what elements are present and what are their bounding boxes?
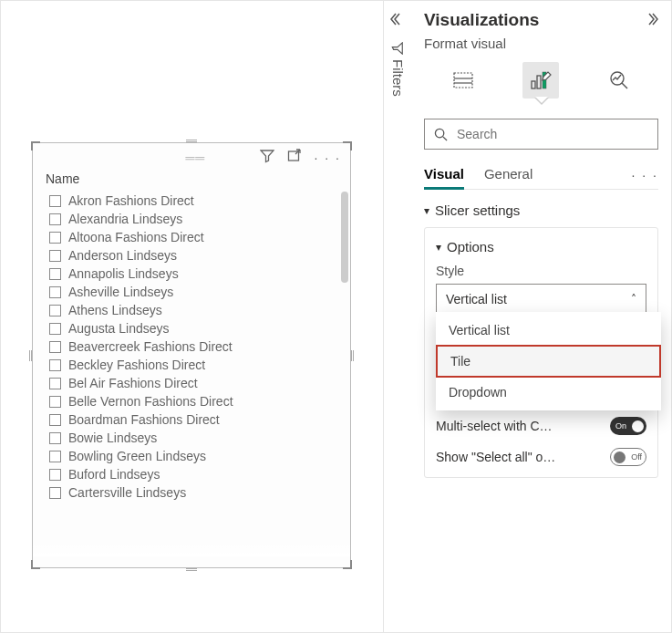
slicer-item[interactable]: Bowie Lindseys — [49, 429, 341, 447]
multi-select-toggle[interactable]: On — [610, 417, 646, 435]
slicer-item[interactable]: Boardman Fashions Direct — [49, 410, 341, 429]
format-search-input[interactable] — [424, 119, 658, 150]
slicer-item-label: Cartersville Lindseys — [68, 485, 186, 500]
toggle-off-text: Off — [631, 452, 642, 462]
checkbox[interactable] — [49, 378, 61, 389]
svg-rect-4 — [532, 81, 535, 88]
pane-title: Visualizations — [424, 10, 539, 30]
slicer-item[interactable]: Annapolis Lindseys — [49, 265, 341, 283]
select-all-toggle[interactable]: Off — [610, 448, 646, 466]
slicer-visual[interactable]: ══ · · · Name Akron Fashions DirectAlexa… — [32, 142, 351, 568]
chevron-down-icon: ▾ — [436, 241, 441, 254]
slicer-item[interactable]: Altoona Fashions Direct — [49, 228, 341, 246]
more-options-icon[interactable]: · · · — [315, 150, 341, 165]
slicer-item-label: Altoona Fashions Direct — [68, 230, 204, 244]
build-visual-tab-icon[interactable] — [445, 62, 481, 99]
slicer-item-label: Athens Lindseys — [68, 303, 162, 317]
checkbox[interactable] — [49, 250, 61, 262]
slicer-item[interactable]: Anderson Lindseys — [49, 246, 341, 265]
slicer-item-label: Boardman Fashions Direct — [68, 412, 220, 427]
list-fade — [33, 542, 350, 556]
checkbox[interactable] — [49, 487, 61, 499]
svg-point-9 — [435, 129, 443, 137]
slicer-item[interactable]: Beavercreek Fashions Direct — [49, 337, 341, 356]
card-title: Options — [447, 239, 494, 254]
chevron-down-icon: ▾ — [424, 204, 429, 217]
scrollbar-thumb[interactable] — [341, 192, 348, 283]
checkbox[interactable] — [49, 195, 61, 207]
toggle-knob — [632, 420, 644, 432]
resize-handle-top[interactable] — [186, 140, 197, 143]
report-canvas[interactable]: ══ · · · Name Akron Fashions DirectAlexa… — [1, 1, 384, 632]
checkbox[interactable] — [49, 213, 61, 225]
slicer-item-label: Beavercreek Fashions Direct — [68, 339, 233, 354]
slicer-item-label: Belle Vernon Fashions Direct — [68, 394, 233, 409]
slicer-item-label: Bowie Lindseys — [68, 431, 157, 445]
tab-general[interactable]: General — [484, 161, 532, 190]
style-select[interactable]: Vertical list ˄ — [436, 284, 646, 315]
format-visual-tab-icon[interactable] — [522, 62, 559, 99]
active-tab-notch — [534, 98, 549, 105]
options-card: ▾ Options Style Vertical list ˄ Vertical… — [424, 227, 658, 478]
slicer-item[interactable]: Bowling Green Lindseys — [49, 447, 341, 465]
slicer-item-label: Buford Lindseys — [68, 467, 160, 482]
chevron-left-icon[interactable] — [390, 12, 405, 29]
options-expander[interactable]: ▾ Options — [436, 239, 646, 254]
slicer-item-label: Augusta Lindseys — [68, 321, 170, 336]
style-dropdown-list: Vertical list Tile Dropdown — [436, 312, 661, 410]
filters-pane-collapsed[interactable]: Filters — [384, 1, 411, 632]
checkbox[interactable] — [49, 469, 61, 481]
slicer-item[interactable]: Belle Vernon Fashions Direct — [49, 392, 341, 410]
checkbox[interactable] — [49, 359, 61, 371]
checkbox[interactable] — [49, 432, 61, 444]
checkbox[interactable] — [49, 232, 61, 244]
drag-grip-icon[interactable]: ══ — [185, 150, 205, 165]
checkbox[interactable] — [49, 414, 61, 426]
filters-label[interactable]: Filters — [390, 42, 406, 97]
style-option-vertical-list[interactable]: Vertical list — [436, 316, 661, 345]
tab-visual[interactable]: Visual — [424, 161, 464, 190]
slicer-item[interactable]: Bel Air Fashions Direct — [49, 374, 341, 392]
style-option-tile[interactable]: Tile — [436, 345, 661, 378]
slicer-item-label: Annapolis Lindseys — [68, 266, 179, 281]
checkbox[interactable] — [49, 341, 61, 353]
slicer-item-label: Akron Fashions Direct — [68, 193, 194, 208]
resize-handle-tl[interactable] — [31, 141, 40, 150]
slicer-item-list[interactable]: Akron Fashions DirectAlexandria Lindseys… — [33, 192, 350, 556]
slicer-item[interactable]: Augusta Lindseys — [49, 319, 341, 337]
checkbox[interactable] — [49, 396, 61, 408]
analytics-tab-icon[interactable] — [601, 62, 637, 99]
slicer-item-label: Beckley Fashions Direct — [68, 358, 205, 372]
checkbox[interactable] — [49, 268, 61, 280]
slicer-settings-expander[interactable]: ▾ Slicer settings — [424, 202, 658, 218]
chevron-right-icon[interactable] — [644, 12, 658, 29]
checkbox[interactable] — [49, 286, 61, 298]
slicer-item[interactable]: Beckley Fashions Direct — [49, 356, 341, 374]
toggle-knob — [614, 451, 625, 463]
style-option-dropdown[interactable]: Dropdown — [436, 378, 661, 407]
focus-mode-icon[interactable] — [287, 149, 302, 166]
slicer-item[interactable]: Akron Fashions Direct — [49, 192, 341, 210]
resize-handle-right[interactable] — [350, 350, 354, 361]
search-field[interactable] — [455, 126, 648, 142]
checkbox[interactable] — [49, 451, 61, 462]
checkbox[interactable] — [49, 305, 61, 316]
filter-icon[interactable] — [260, 149, 274, 166]
svg-line-8 — [622, 83, 627, 88]
slicer-item-label: Asheville Lindseys — [68, 285, 173, 299]
style-value: Vertical list — [446, 292, 507, 306]
visualizations-pane: Visualizations Format visual — [411, 1, 671, 632]
resize-handle-bottom[interactable] — [186, 567, 197, 571]
slicer-item[interactable]: Buford Lindseys — [49, 465, 341, 483]
slicer-item[interactable]: Athens Lindseys — [49, 301, 341, 319]
slicer-item[interactable]: Alexandria Lindseys — [49, 210, 341, 228]
slicer-item[interactable]: Cartersville Lindseys — [49, 483, 341, 502]
resize-handle-tr[interactable] — [343, 141, 352, 150]
resize-handle-br[interactable] — [343, 560, 352, 569]
slicer-item-label: Anderson Lindseys — [68, 248, 177, 263]
resize-handle-bl[interactable] — [31, 560, 40, 569]
checkbox[interactable] — [49, 323, 61, 335]
tabs-more-icon[interactable]: · · · — [632, 168, 658, 182]
slicer-item-label: Alexandria Lindseys — [68, 212, 182, 226]
slicer-item[interactable]: Asheville Lindseys — [49, 283, 341, 301]
